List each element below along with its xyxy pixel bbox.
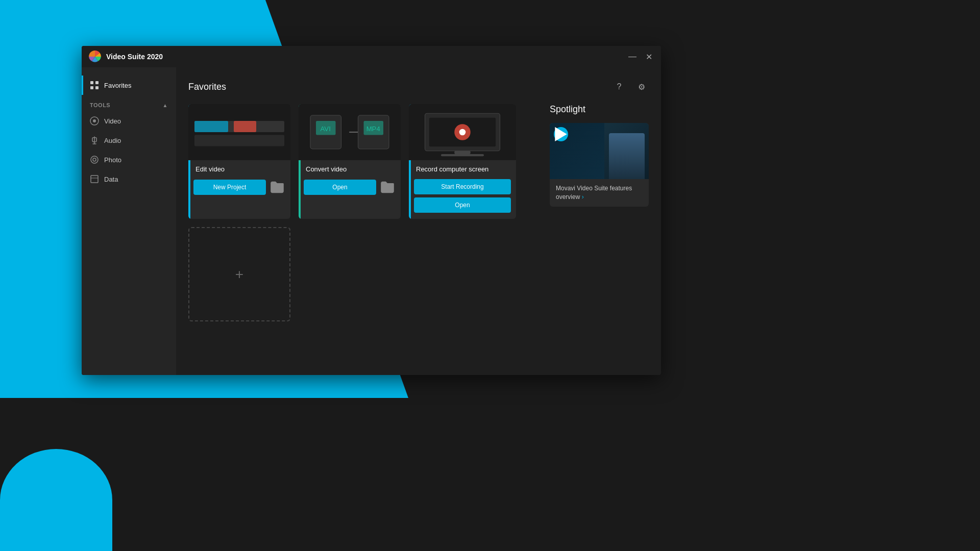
convert-video-title: Convert video bbox=[299, 160, 401, 176]
window-body: Favorites TOOLS ▲ Video bbox=[82, 67, 661, 375]
edit-video-folder-button[interactable] bbox=[269, 179, 285, 195]
convert-video-card: AVI MP4 Convert video Open bbox=[299, 104, 401, 219]
audio-label: Audio bbox=[104, 137, 121, 144]
record-open-button[interactable]: Open bbox=[414, 197, 511, 213]
settings-icon[interactable]: ⚙ bbox=[634, 80, 649, 94]
convert-video-actions: Open bbox=[299, 176, 401, 202]
audio-icon bbox=[90, 136, 99, 145]
edit-video-preview bbox=[188, 104, 290, 160]
svg-point-6 bbox=[93, 119, 96, 122]
main-window: Video Suite 2020 — ✕ Favorites bbox=[82, 46, 661, 375]
svg-rect-29 bbox=[441, 154, 484, 156]
app-logo: Video Suite 2020 bbox=[88, 49, 163, 64]
tools-chevron-icon: ▲ bbox=[163, 103, 168, 108]
logo-icon bbox=[88, 49, 102, 64]
sidebar-item-audio[interactable]: Audio bbox=[82, 131, 176, 150]
edit-video-card: Edit video New Project bbox=[188, 104, 290, 219]
header-icons: ? ⚙ bbox=[612, 80, 649, 94]
svg-text:MP4: MP4 bbox=[366, 125, 380, 133]
convert-video-folder-button[interactable] bbox=[379, 179, 396, 195]
title-bar: Video Suite 2020 — ✕ bbox=[82, 46, 661, 67]
svg-rect-14 bbox=[194, 121, 228, 132]
svg-rect-13 bbox=[194, 135, 284, 146]
spotlight-thumbnail bbox=[550, 123, 649, 179]
svg-point-8 bbox=[93, 158, 96, 161]
add-icon: + bbox=[235, 266, 243, 283]
record-screen-graphic bbox=[409, 104, 516, 160]
minimize-button[interactable]: — bbox=[626, 51, 639, 63]
svg-rect-4 bbox=[95, 86, 99, 89]
convert-video-graphic: AVI MP4 bbox=[299, 104, 401, 160]
edit-video-actions: New Project bbox=[188, 176, 290, 202]
edit-video-title: Edit video bbox=[188, 160, 290, 176]
content-header: Favorites ? ⚙ bbox=[188, 80, 649, 94]
sidebar-item-favorites[interactable]: Favorites bbox=[82, 76, 176, 95]
favorites-cards: Edit video New Project bbox=[188, 104, 531, 219]
data-label: Data bbox=[104, 176, 118, 183]
sidebar-favorites-label: Favorites bbox=[104, 82, 131, 89]
sidebar-item-video[interactable]: Video bbox=[82, 111, 176, 131]
svg-rect-2 bbox=[95, 81, 99, 84]
svg-text:AVI: AVI bbox=[321, 125, 331, 133]
convert-video-preview: AVI MP4 bbox=[299, 104, 401, 160]
record-screen-actions: Start Recording Open bbox=[409, 176, 516, 219]
record-screen-card: Record computer screen Start Recording O… bbox=[409, 104, 516, 219]
edit-video-graphic bbox=[188, 104, 290, 160]
record-screen-preview bbox=[409, 104, 516, 160]
spotlight-title: Spotlight bbox=[550, 104, 649, 115]
help-icon[interactable]: ? bbox=[612, 80, 626, 94]
close-button[interactable]: ✕ bbox=[643, 51, 655, 63]
sidebar: Favorites TOOLS ▲ Video bbox=[82, 67, 176, 375]
spotlight-card[interactable]: Movavi Video Suite features overview › bbox=[550, 123, 649, 207]
sidebar-item-data[interactable]: Data bbox=[82, 169, 176, 189]
new-project-button[interactable]: New Project bbox=[193, 180, 266, 195]
play-icon bbox=[554, 127, 568, 141]
record-screen-title: Record computer screen bbox=[409, 160, 516, 176]
photo-icon bbox=[90, 155, 99, 164]
section-title: Favorites bbox=[188, 82, 226, 92]
add-favorite-card[interactable]: + bbox=[188, 227, 290, 321]
tools-section-label: TOOLS ▲ bbox=[82, 95, 176, 111]
sidebar-item-photo[interactable]: Photo bbox=[82, 150, 176, 169]
svg-rect-1 bbox=[90, 81, 93, 84]
favorites-icon bbox=[90, 81, 99, 90]
video-icon bbox=[90, 116, 99, 126]
bg-cyan-bottom bbox=[0, 449, 112, 551]
svg-rect-3 bbox=[90, 86, 93, 89]
svg-point-27 bbox=[459, 129, 466, 136]
start-recording-button[interactable]: Start Recording bbox=[414, 179, 511, 194]
convert-open-button[interactable]: Open bbox=[304, 180, 376, 195]
data-icon bbox=[90, 174, 99, 184]
svg-marker-30 bbox=[555, 127, 567, 141]
video-label: Video bbox=[104, 117, 121, 125]
svg-rect-9 bbox=[91, 176, 98, 183]
svg-rect-15 bbox=[234, 121, 256, 132]
spotlight-label: Movavi Video Suite features overview › bbox=[550, 179, 649, 207]
app-title: Video Suite 2020 bbox=[106, 53, 163, 61]
spotlight-panel: Spotlight bbox=[542, 104, 649, 363]
svg-rect-28 bbox=[454, 151, 471, 154]
window-controls: — ✕ bbox=[626, 51, 655, 63]
thumbnail-person bbox=[609, 133, 645, 179]
svg-point-7 bbox=[91, 156, 98, 163]
spotlight-link[interactable]: › bbox=[582, 193, 584, 201]
photo-label: Photo bbox=[104, 156, 121, 164]
